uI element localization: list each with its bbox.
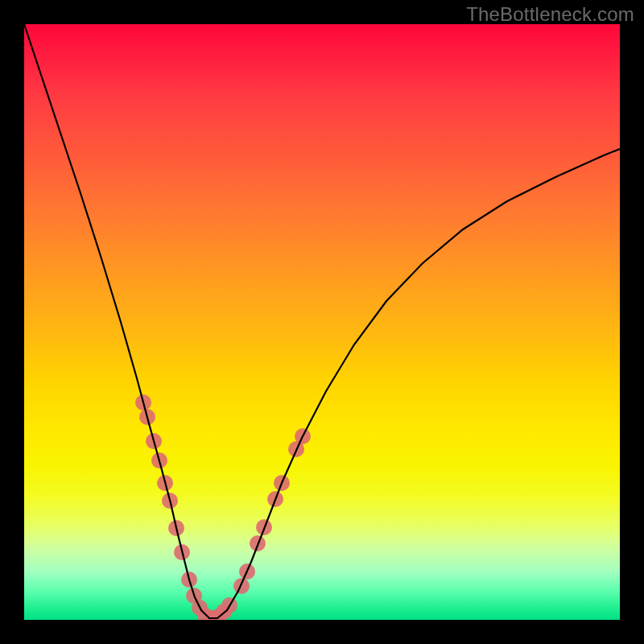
highlight-dot [233, 578, 250, 594]
bottleneck-curve [24, 24, 620, 618]
outer-frame: TheBottleneck.com [0, 0, 644, 644]
highlight-dots-group [135, 394, 311, 620]
chart-svg [24, 24, 620, 620]
watermark-text: TheBottleneck.com [466, 3, 634, 26]
plot-area [24, 24, 620, 620]
